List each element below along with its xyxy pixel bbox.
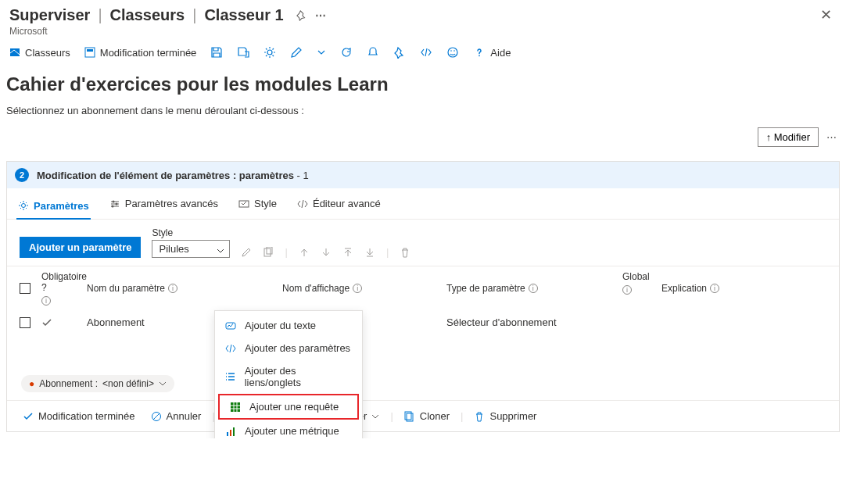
subscription-pill[interactable]: ● Abonnement : <non défini> — [21, 375, 174, 392]
save-as-icon[interactable] — [237, 46, 249, 59]
breadcrumb-workbook1[interactable]: Classeur 1 — [204, 6, 283, 24]
smile-icon[interactable] — [446, 46, 459, 59]
tab-parameters-label: Paramètres — [34, 200, 89, 212]
style-field-label: Style — [152, 227, 230, 238]
gear-icon[interactable] — [263, 46, 276, 59]
settings-panel: 2 Modification de l'élément de paramètre… — [6, 161, 840, 432]
help-label: Aide — [490, 47, 511, 59]
settings-icon — [18, 200, 29, 211]
pin-toolbar-icon[interactable] — [393, 46, 406, 59]
refresh-icon[interactable] — [340, 46, 353, 59]
tab-advanced-label: Paramètres avancés — [125, 198, 218, 209]
step-badge: 2 — [15, 168, 29, 182]
done-editing-button[interactable]: Modification terminée — [16, 407, 142, 425]
breadcrumb: Superviser | Classeurs | Classeur 1 ⋯ — [9, 6, 326, 24]
clone-label: Cloner — [420, 410, 450, 422]
svg-rect-16 — [227, 432, 228, 436]
info-icon[interactable]: i — [529, 284, 538, 293]
svg-point-8 — [112, 200, 114, 202]
workbooks-button[interactable]: Classeurs — [9, 47, 70, 59]
delete-button[interactable]: Supprimer — [468, 407, 543, 425]
svg-rect-1 — [85, 48, 95, 57]
help-button[interactable]: Aide — [473, 46, 511, 59]
breadcrumb-workbooks[interactable]: Classeurs — [110, 6, 185, 24]
panel-footer: Modification terminée Annuler | Ajouter … — [7, 400, 839, 431]
warning-icon: ● — [29, 378, 34, 389]
add-parameter-button[interactable]: Ajouter un paramètre — [20, 237, 141, 258]
close-icon[interactable]: ✕ — [816, 6, 837, 23]
edit-button-label: ↑ Modifier — [766, 131, 810, 143]
menu-add-params[interactable]: Ajouter des paramètres — [215, 337, 362, 359]
menu-add-links[interactable]: Ajouter des liens/onglets — [215, 359, 362, 394]
info-icon[interactable]: i — [168, 284, 177, 293]
move-up-icon[interactable] — [299, 247, 310, 258]
bell-icon[interactable] — [367, 46, 379, 59]
row-param-type: Sélecteur d'abonnement — [446, 316, 622, 328]
menu-add-query-label: Ajouter une requête — [249, 401, 339, 413]
page-title: Cahier d'exercices pour les modules Lear… — [0, 66, 846, 100]
clone-button[interactable]: Cloner — [398, 407, 456, 425]
info-icon[interactable]: i — [41, 296, 51, 306]
col-global: Global — [622, 271, 650, 282]
info-icon[interactable]: i — [353, 284, 362, 293]
tab-editor[interactable]: Éditeur avancé — [296, 195, 382, 213]
more-icon[interactable]: ⋯ — [315, 9, 326, 22]
move-down-icon[interactable] — [321, 247, 332, 258]
subtitle: Microsoft — [9, 26, 326, 37]
edit-done-icon — [84, 47, 95, 58]
save-icon[interactable] — [210, 46, 223, 59]
delete-label: Supprimer — [489, 410, 536, 422]
help-icon — [473, 46, 486, 59]
tabs: Paramètres Paramètres avancés Style Édit… — [7, 188, 839, 220]
svg-point-10 — [111, 205, 113, 207]
pill-label: Abonnement : — [39, 378, 98, 389]
pin-icon[interactable] — [296, 10, 307, 21]
panel-title-suffix: - 1 — [294, 170, 309, 181]
delete-param-icon[interactable] — [400, 247, 410, 258]
info-icon[interactable]: i — [710, 284, 719, 293]
tab-advanced[interactable]: Paramètres avancés — [108, 195, 220, 213]
col-param-type: Type de paramètre — [446, 283, 525, 294]
menu-add-metric[interactable]: Ajouter une métrique — [215, 420, 362, 438]
select-all-checkbox[interactable] — [20, 283, 30, 294]
svg-point-4 — [448, 48, 457, 57]
chevron-down-icon[interactable] — [317, 48, 326, 57]
menu-add-query[interactable]: Ajouter une requête — [218, 394, 359, 420]
code-icon[interactable] — [420, 46, 432, 59]
row-checkbox[interactable] — [20, 317, 30, 328]
svg-rect-12 — [264, 248, 271, 256]
edit-more-icon[interactable]: ⋯ — [826, 131, 837, 143]
edit-done-label: Modification terminée — [100, 47, 197, 59]
breadcrumb-supervise[interactable]: Superviser — [9, 6, 90, 24]
cancel-button[interactable]: Annuler — [145, 407, 208, 425]
cancel-icon — [151, 411, 162, 422]
svg-rect-14 — [226, 323, 235, 329]
copy-param-icon[interactable] — [263, 247, 274, 258]
cancel-label: Annuler — [167, 410, 202, 422]
svg-rect-15 — [231, 402, 240, 412]
edit-param-icon[interactable] — [241, 247, 252, 258]
move-top-icon[interactable] — [342, 247, 353, 258]
trash-icon — [474, 411, 485, 422]
svg-point-9 — [115, 202, 117, 205]
svg-rect-18 — [233, 427, 235, 436]
pencil-icon[interactable] — [290, 46, 303, 59]
edit-button[interactable]: ↑ Modifier — [758, 127, 819, 147]
tab-style[interactable]: Style — [237, 195, 278, 213]
col-required: Obligatoire ? — [41, 271, 87, 293]
clone-icon — [404, 411, 415, 422]
breadcrumb-sep: | — [192, 6, 196, 24]
edit-done-button[interactable]: Modification terminée — [84, 47, 197, 59]
done-label: Modification terminée — [38, 410, 135, 422]
panel-title: Modification de l'élément de paramètres … — [37, 170, 294, 181]
tab-parameters[interactable]: Paramètres — [16, 195, 91, 220]
style-select[interactable]: Pilules — [152, 240, 230, 258]
move-bottom-icon[interactable] — [364, 247, 375, 258]
menu-add-text[interactable]: Ajouter du texte — [215, 314, 362, 337]
info-icon[interactable]: i — [622, 285, 632, 295]
workbooks-icon — [9, 47, 20, 58]
style-select-value: Pilules — [159, 243, 188, 255]
svg-point-3 — [267, 50, 272, 55]
col-display-name: Nom d'affichage — [282, 283, 350, 294]
table-row[interactable]: Abonnement Sélecteur d'abonnement Ajoute… — [7, 310, 839, 334]
